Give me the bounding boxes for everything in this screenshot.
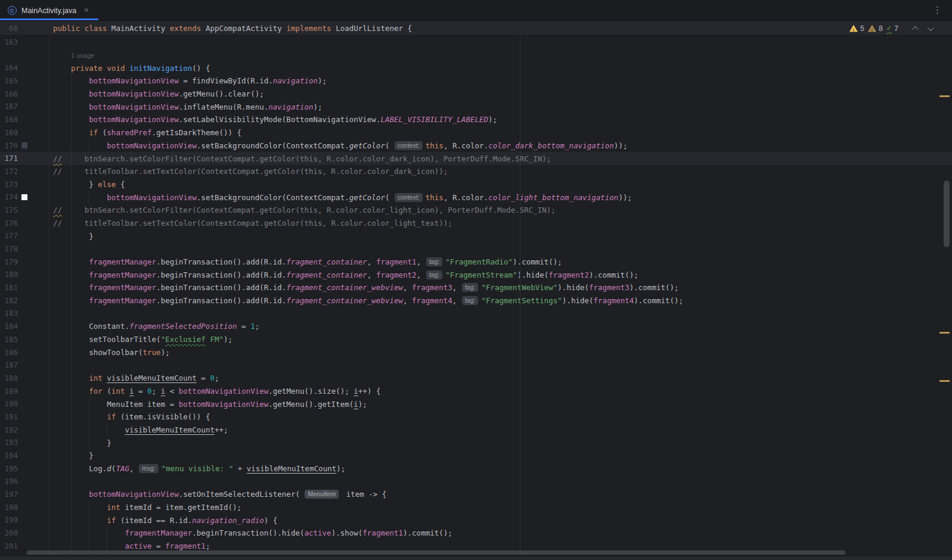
- warning-stripe-mark[interactable]: [939, 332, 950, 334]
- gutter[interactable]: 195: [0, 462, 53, 475]
- code-text[interactable]: fragmentManager.beginTransaction().add(R…: [53, 270, 638, 279]
- line-number[interactable]: 166: [0, 88, 18, 101]
- line-number[interactable]: 194: [0, 449, 18, 462]
- code-line-173[interactable]: 173 } else {: [0, 178, 952, 191]
- usage-hint-line[interactable]: 1 usage: [0, 49, 952, 62]
- code-text[interactable]: bottomNavigationView.setLabelVisibilityM…: [53, 115, 497, 124]
- inlay-hint[interactable]: context:: [395, 141, 423, 150]
- code-line-177[interactable]: 177 }: [0, 229, 952, 242]
- gutter[interactable]: 198: [0, 501, 53, 514]
- gutter[interactable]: 197: [0, 488, 53, 501]
- code-line-194[interactable]: 194 }: [0, 449, 952, 462]
- inlay-hint[interactable]: tag:: [462, 296, 479, 305]
- code-line-200[interactable]: 200 fragmentManager.beginTransaction().h…: [0, 527, 952, 540]
- gutter[interactable]: 172: [0, 165, 53, 178]
- code-text[interactable]: }: [53, 232, 94, 241]
- gutter[interactable]: 167: [0, 100, 53, 113]
- gutter[interactable]: 173: [0, 178, 53, 191]
- code-line-165[interactable]: 165 bottomNavigationView = findViewById(…: [0, 74, 952, 88]
- close-icon[interactable]: ✕: [83, 7, 89, 14]
- code-text[interactable]: } else {: [53, 180, 125, 189]
- code-text[interactable]: fragmentManager.beginTransaction().add(R…: [53, 257, 562, 266]
- code-text[interactable]: for (int i = 0; i < bottomNavigationView…: [53, 387, 380, 396]
- line-number[interactable]: 195: [0, 462, 18, 475]
- warning-stripe-mark[interactable]: [939, 380, 950, 382]
- line-number[interactable]: 168: [0, 113, 18, 126]
- code-line-164[interactable]: 164 private void initNavigation() {: [0, 61, 952, 74]
- gutter[interactable]: 165: [0, 74, 53, 88]
- code-line-195[interactable]: 195 Log.d(TAG, msg:"menu visible: " + vi…: [0, 462, 952, 475]
- gutter[interactable]: 199: [0, 514, 53, 527]
- code-line-176[interactable]: 176// titleToolbar.setTextColor(ContextC…: [0, 217, 952, 230]
- gutter[interactable]: 187: [0, 359, 53, 372]
- line-number[interactable]: 200: [0, 527, 18, 540]
- gutter[interactable]: 181: [0, 281, 53, 294]
- code-text[interactable]: Log.d(TAG, msg:"menu visible: " + visibl…: [53, 464, 345, 473]
- gutter[interactable]: 164: [0, 61, 53, 74]
- code-text[interactable]: // btnSearch.setColorFilter(ContextCompa…: [53, 206, 556, 214]
- gutter[interactable]: 194: [0, 449, 53, 462]
- code-line-199[interactable]: 199 if (itemId == R.id.navigation_radio)…: [0, 514, 952, 527]
- line-number[interactable]: 184: [0, 320, 18, 333]
- weak-warning-count[interactable]: !8: [868, 24, 883, 33]
- line-number[interactable]: 182: [0, 294, 18, 307]
- code-line-196[interactable]: 196: [0, 475, 952, 488]
- code-line-166[interactable]: 166 bottomNavigationView.getMenu().clear…: [0, 88, 952, 101]
- line-number[interactable]: 183: [0, 307, 18, 320]
- warning-count[interactable]: !5: [849, 24, 864, 33]
- color-preview-swatch[interactable]: [21, 142, 27, 148]
- gutter[interactable]: 182: [0, 294, 53, 307]
- usages-inlay[interactable]: 1 usage: [53, 52, 94, 59]
- line-number[interactable]: 163: [0, 36, 18, 49]
- sticky-header-line[interactable]: 66 public class MainActivity extends App…: [0, 21, 952, 36]
- horizontal-scrollbar[interactable]: [27, 550, 845, 555]
- code-text[interactable]: int visibleMenuItemCount = 0;: [53, 374, 219, 382]
- gutter[interactable]: 183: [0, 307, 53, 320]
- gutter[interactable]: 189: [0, 385, 53, 398]
- line-number[interactable]: 198: [0, 501, 18, 514]
- gutter[interactable]: 192: [0, 424, 53, 437]
- line-number[interactable]: 185: [0, 333, 18, 346]
- gutter[interactable]: 169: [0, 126, 53, 139]
- line-number[interactable]: 169: [0, 126, 18, 139]
- line-number[interactable]: 186: [0, 346, 18, 359]
- line-number[interactable]: 165: [0, 74, 18, 88]
- line-number[interactable]: 178: [0, 242, 18, 256]
- gutter[interactable]: 179: [0, 256, 53, 269]
- line-number[interactable]: 171: [0, 152, 18, 165]
- line-number[interactable]: 191: [0, 410, 18, 424]
- code-line-163[interactable]: 163: [0, 36, 952, 49]
- line-number[interactable]: 177: [0, 229, 18, 242]
- gutter[interactable]: 163: [0, 36, 53, 49]
- gutter[interactable]: 177: [0, 229, 53, 242]
- tab-mainactivity-java[interactable]: C MainActivity.java ✕: [0, 0, 96, 21]
- inlay-hint[interactable]: tag:: [462, 283, 479, 292]
- gutter[interactable]: 190: [0, 397, 53, 410]
- line-number[interactable]: 196: [0, 475, 18, 488]
- gutter[interactable]: 176: [0, 217, 53, 230]
- code-text[interactable]: if (item.isVisible()) {: [53, 412, 210, 421]
- line-number[interactable]: 170: [0, 139, 18, 153]
- code-line-198[interactable]: 198 int itemId = item.getItemId();: [0, 501, 952, 514]
- code-line-172[interactable]: 172// titleToolbar.setTextColor(ContextC…: [0, 165, 952, 178]
- gutter[interactable]: 174: [0, 191, 53, 204]
- code-text[interactable]: bottomNavigationView.inflateMenu(R.menu.…: [53, 102, 322, 111]
- code-line-174[interactable]: 174 bottomNavigationView.setBackgroundCo…: [0, 191, 952, 204]
- code-text[interactable]: // btnSearch.setColorFilter(ContextCompa…: [53, 154, 551, 163]
- code-line-169[interactable]: 169 if (sharedPref.getIsDarkTheme()) {: [0, 126, 952, 139]
- code-text[interactable]: visibleMenuItemCount++;: [53, 425, 228, 434]
- code-text[interactable]: MenuItem item = bottomNavigationView.get…: [53, 400, 367, 409]
- line-number[interactable]: 199: [0, 514, 18, 527]
- code-text[interactable]: int itemId = item.getItemId();: [53, 503, 241, 512]
- gutter[interactable]: 166: [0, 88, 53, 101]
- gutter[interactable]: 168: [0, 113, 53, 126]
- gutter[interactable]: 186: [0, 346, 53, 359]
- code-line-188[interactable]: 188 int visibleMenuItemCount = 0;: [0, 372, 952, 385]
- code-text[interactable]: private void initNavigation() {: [53, 64, 210, 73]
- code-line-179[interactable]: 179 fragmentManager.beginTransaction().a…: [0, 256, 952, 269]
- line-number[interactable]: 167: [0, 100, 18, 113]
- code-text[interactable]: active = fragment1;: [53, 542, 210, 550]
- gutter[interactable]: 193: [0, 436, 53, 449]
- code-line-186[interactable]: 186 showToolbar(true);: [0, 346, 952, 359]
- code-text[interactable]: bottomNavigationView.getMenu().clear();: [53, 89, 264, 98]
